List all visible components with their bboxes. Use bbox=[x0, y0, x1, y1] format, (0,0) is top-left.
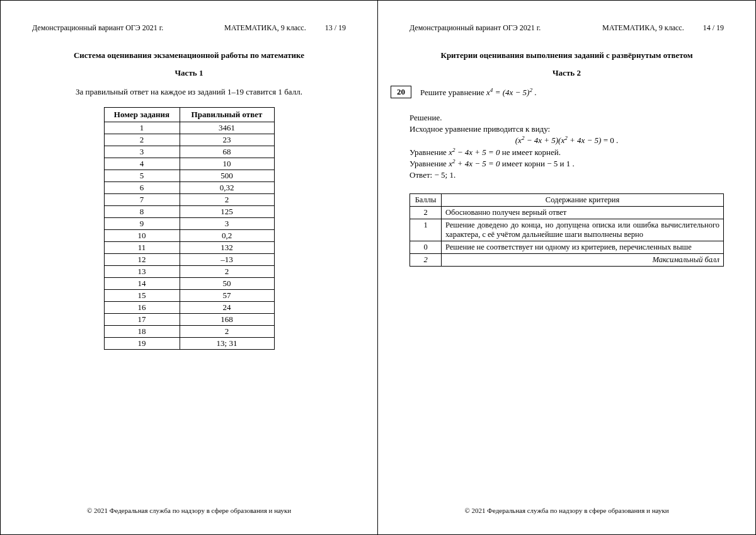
table-cell-num: 15 bbox=[104, 290, 180, 302]
table-cell-num: 9 bbox=[104, 218, 180, 230]
table-cell-ans: 2 bbox=[180, 194, 274, 206]
table-cell-ans: 2 bbox=[180, 326, 274, 338]
table-row: 5500 bbox=[104, 170, 274, 182]
table-cell-ans: 3461 bbox=[180, 122, 274, 134]
table-cell-num: 16 bbox=[104, 302, 180, 314]
table-cell-ans: 132 bbox=[180, 242, 274, 254]
intro-text: За правильный ответ на каждое из заданий… bbox=[32, 87, 346, 97]
criteria-score: 1 bbox=[410, 219, 442, 241]
header-page: 14 / 19 bbox=[703, 23, 724, 33]
table-cell-ans: 24 bbox=[180, 302, 274, 314]
task-number-box: 20 bbox=[391, 86, 411, 98]
table-cell-ans: 500 bbox=[180, 170, 274, 182]
header-demo: Демонстрационный вариант ОГЭ 2021 г. bbox=[410, 23, 541, 33]
page-right: Демонстрационный вариант ОГЭ 2021 г. МАТ… bbox=[378, 0, 756, 535]
table-cell-ans: 23 bbox=[180, 134, 274, 146]
part-label: Часть 2 bbox=[410, 68, 724, 78]
table-cell-num: 1 bbox=[104, 122, 180, 134]
table-row: 1624 bbox=[104, 302, 274, 314]
criteria-table: Баллы Содержание критерия 2Обоснованно п… bbox=[410, 193, 724, 267]
solution-line3: Уравнение x2 + 4x − 5 = 0 имеет корни − … bbox=[410, 158, 724, 170]
table-row: 0Решение не соответствует ни одному из к… bbox=[410, 241, 724, 254]
task-prompt-prefix: Решите уравнение bbox=[420, 88, 486, 97]
solution-line2: Уравнение x2 − 4x + 5 = 0 не имеет корне… bbox=[410, 147, 724, 158]
table-row: 223 bbox=[104, 134, 274, 146]
table-row: 1450 bbox=[104, 278, 274, 290]
table-header-ans: Правильный ответ bbox=[180, 108, 274, 122]
task-prompt-suffix: . bbox=[532, 88, 537, 97]
table-cell-num: 3 bbox=[104, 146, 180, 158]
table-cell-ans: 0,2 bbox=[180, 230, 274, 242]
footer-left: © 2021 Федеральная служба по надзору в с… bbox=[1, 507, 377, 514]
table-cell-ans: 2 bbox=[180, 266, 274, 278]
task-prompt: Решите уравнение x4 = (4x − 5)2 . bbox=[420, 87, 536, 98]
table-cell-num: 11 bbox=[104, 242, 180, 254]
criteria-desc: Обоснованно получен верный ответ bbox=[442, 207, 724, 219]
criteria-max-desc: Максимальный балл bbox=[442, 254, 724, 267]
table-cell-ans: 68 bbox=[180, 146, 274, 158]
table-cell-ans: 57 bbox=[180, 290, 274, 302]
page-header-right: Демонстрационный вариант ОГЭ 2021 г. МАТ… bbox=[410, 23, 724, 33]
task-prompt-eq: x4 = (4x − 5)2 bbox=[486, 88, 532, 97]
table-row: 12–13 bbox=[104, 254, 274, 266]
page-title: Система оценивания экзаменационной работ… bbox=[32, 50, 346, 60]
table-row: 1557 bbox=[104, 290, 274, 302]
table-row: 368 bbox=[104, 146, 274, 158]
table-cell-ans: 0,32 bbox=[180, 182, 274, 194]
table-row: 1Решение доведено до конца, но допущена … bbox=[410, 219, 724, 241]
table-cell-num: 4 bbox=[104, 158, 180, 170]
solution-block: Решение. Исходное уравнение приводится к… bbox=[410, 112, 724, 181]
table-row: 11132 bbox=[104, 242, 274, 254]
header-page: 13 / 19 bbox=[325, 23, 346, 33]
table-cell-ans: –13 bbox=[180, 254, 274, 266]
solution-label: Решение. bbox=[410, 112, 724, 124]
footer-right: © 2021 Федеральная служба по надзору в с… bbox=[378, 507, 755, 514]
header-demo: Демонстрационный вариант ОГЭ 2021 г. bbox=[32, 23, 163, 33]
task-row: 20 Решите уравнение x4 = (4x − 5)2 . bbox=[410, 87, 724, 98]
table-cell-num: 17 bbox=[104, 314, 180, 326]
table-row: 13461 bbox=[104, 122, 274, 134]
page-title: Критерии оценивания выполнения заданий с… bbox=[410, 50, 724, 60]
table-cell-num: 14 bbox=[104, 278, 180, 290]
table-header-num: Номер задания bbox=[104, 108, 180, 122]
header-subject: МАТЕМАТИКА, 9 класс. bbox=[602, 23, 684, 33]
table-cell-ans: 3 bbox=[180, 218, 274, 230]
criteria-desc: Решение не соответствует ни одному из кр… bbox=[442, 241, 724, 254]
header-subject: МАТЕМАТИКА, 9 класс. bbox=[224, 23, 306, 33]
table-cell-num: 2 bbox=[104, 134, 180, 146]
criteria-desc: Решение доведено до конца, но допущена о… bbox=[442, 219, 724, 241]
table-cell-num: 5 bbox=[104, 170, 180, 182]
table-row: 60,32 bbox=[104, 182, 274, 194]
criteria-max-score: 2 bbox=[410, 254, 442, 267]
criteria-score: 2 bbox=[410, 207, 442, 219]
table-cell-num: 7 bbox=[104, 194, 180, 206]
table-cell-ans: 10 bbox=[180, 158, 274, 170]
table-cell-num: 10 bbox=[104, 230, 180, 242]
table-cell-num: 13 bbox=[104, 266, 180, 278]
table-cell-ans: 50 bbox=[180, 278, 274, 290]
criteria-score: 0 bbox=[410, 241, 442, 254]
solution-eq1: (x2 − 4x + 5)(x2 + 4x − 5) = 0 . bbox=[410, 135, 724, 146]
table-row: 17168 bbox=[104, 314, 274, 326]
criteria-header-desc: Содержание критерия bbox=[442, 194, 724, 207]
table-row: 132 bbox=[104, 266, 274, 278]
table-row: 100,2 bbox=[104, 230, 274, 242]
solution-answer: Ответ: − 5; 1. bbox=[410, 170, 724, 181]
solution-line1: Исходное уравнение приводится к виду: bbox=[410, 124, 724, 135]
table-row: 410 bbox=[104, 158, 274, 170]
table-cell-num: 8 bbox=[104, 206, 180, 218]
page-header-left: Демонстрационный вариант ОГЭ 2021 г. МАТ… bbox=[32, 23, 346, 33]
table-cell-num: 6 bbox=[104, 182, 180, 194]
table-row: 182 bbox=[104, 326, 274, 338]
table-row: 93 bbox=[104, 218, 274, 230]
table-row: 2Обоснованно получен верный ответ bbox=[410, 207, 724, 219]
table-cell-ans: 168 bbox=[180, 314, 274, 326]
table-cell-num: 18 bbox=[104, 326, 180, 338]
part-label: Часть 1 bbox=[32, 68, 346, 78]
criteria-header-score: Баллы bbox=[410, 194, 442, 207]
criteria-max-row: 2Максимальный балл bbox=[410, 254, 724, 267]
table-row: 8125 bbox=[104, 206, 274, 218]
table-row: 72 bbox=[104, 194, 274, 206]
table-cell-num: 12 bbox=[104, 254, 180, 266]
answers-table: Номер задания Правильный ответ 134612233… bbox=[104, 107, 275, 350]
